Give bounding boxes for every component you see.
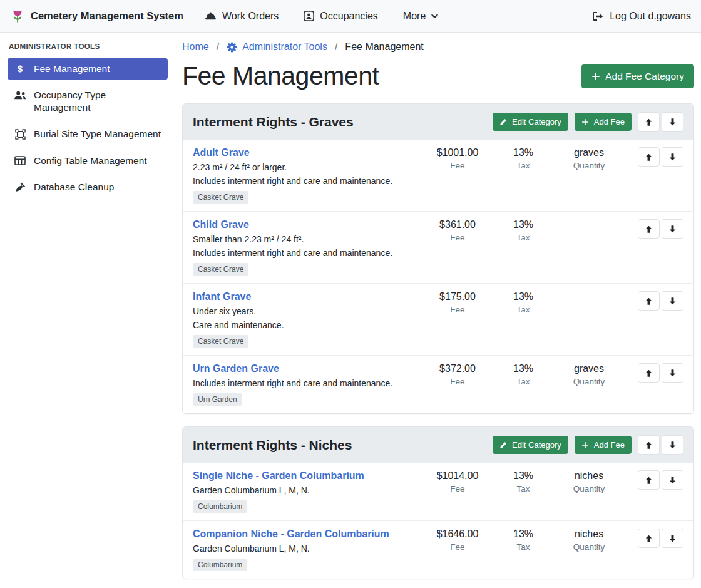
move-category-down-button[interactable] bbox=[662, 112, 683, 132]
tax-stat: 13% Tax bbox=[494, 291, 552, 314]
fee-name-link[interactable]: Infant Grave bbox=[193, 291, 251, 302]
move-category-up-button[interactable] bbox=[638, 112, 660, 132]
edit-category-button[interactable]: Edit Category bbox=[493, 113, 568, 131]
fee-reorder-controls bbox=[638, 363, 683, 383]
fee-type-badge: Casket Grave bbox=[193, 335, 248, 348]
plus-icon bbox=[581, 118, 589, 126]
sidebar-item-burial-site-type-management[interactable]: Burial Site Type Management bbox=[8, 123, 168, 145]
quantity-stat: graves Quantity bbox=[552, 147, 626, 170]
arrow-up-icon bbox=[645, 225, 653, 234]
category-header: Interment Rights - Graves Edit Category … bbox=[183, 104, 693, 140]
fee-amount-label: Fee bbox=[421, 484, 494, 493]
app-title: Cemetery Management System bbox=[31, 10, 183, 22]
fee-amount: $175.00 bbox=[421, 291, 494, 302]
move-category-up-button[interactable] bbox=[638, 435, 660, 455]
breadcrumb-separator: / bbox=[335, 41, 337, 53]
arrow-up-icon bbox=[645, 441, 653, 450]
edit-category-button[interactable]: Edit Category bbox=[493, 436, 568, 454]
sidebar-item-database-cleanup[interactable]: Database Cleanup bbox=[8, 176, 168, 199]
move-fee-up-button[interactable] bbox=[638, 470, 660, 490]
add-fee-category-button[interactable]: Add Fee Category bbox=[581, 64, 694, 88]
fee-name-link[interactable]: Companion Niche - Garden Columbarium bbox=[193, 529, 389, 540]
breadcrumb-admin-tools-link[interactable]: Administrator Tools bbox=[227, 41, 327, 53]
arrow-down-icon bbox=[668, 297, 677, 306]
move-fee-down-button[interactable] bbox=[662, 470, 683, 490]
fee-amount: $372.00 bbox=[421, 363, 494, 374]
arrow-down-icon bbox=[668, 225, 677, 234]
fee-main: Child Grave Smaller than 2.23 m² / 24 ft… bbox=[193, 219, 421, 276]
nav-occupancies[interactable]: Occupancies bbox=[304, 11, 378, 22]
move-fee-down-button[interactable] bbox=[662, 363, 683, 383]
main-nav: Work Orders Occupancies More bbox=[205, 11, 438, 22]
breadcrumb: Home / Administrator Tools / Fee Managem… bbox=[182, 41, 694, 53]
move-category-down-button[interactable] bbox=[662, 435, 683, 455]
sidebar-item-label: Config Table Management bbox=[34, 155, 147, 167]
edit-category-label: Edit Category bbox=[512, 440, 561, 450]
fee-reorder-controls bbox=[638, 291, 683, 311]
move-fee-down-button[interactable] bbox=[662, 147, 683, 167]
sidebar-item-occupancy-type-management[interactable]: Occupancy Type Management bbox=[8, 84, 168, 119]
nav-more[interactable]: More bbox=[403, 11, 438, 22]
fee-name-link[interactable]: Adult Grave bbox=[193, 147, 250, 158]
plus-icon bbox=[581, 441, 589, 449]
category-reorder-controls bbox=[638, 112, 683, 132]
sidebar-item-config-table-management[interactable]: Config Table Management bbox=[8, 150, 168, 172]
arrow-down-icon bbox=[668, 476, 677, 485]
category-title: Interment Rights - Graves bbox=[193, 115, 354, 130]
quantity-value: graves bbox=[552, 363, 626, 374]
move-fee-down-button[interactable] bbox=[662, 219, 683, 239]
fee-category-card-niches: Interment Rights - Niches Edit Category … bbox=[182, 426, 694, 579]
arrow-down-icon bbox=[668, 118, 677, 126]
quantity-value: graves bbox=[552, 147, 626, 158]
vector-square-icon bbox=[14, 129, 26, 140]
arrow-up-icon bbox=[645, 153, 653, 162]
arrow-up-icon bbox=[645, 476, 653, 485]
chevron-down-icon bbox=[431, 14, 438, 19]
fee-name-link[interactable]: Child Grave bbox=[193, 219, 249, 230]
admin-sidebar: ADMINISTRATOR TOOLS $ Fee Management Occ… bbox=[0, 33, 175, 212]
sidebar-item-label: Burial Site Type Management bbox=[34, 128, 161, 140]
fee-main: Companion Niche - Garden Columbarium Gar… bbox=[193, 529, 421, 571]
quantity-value: niches bbox=[552, 529, 626, 540]
quantity-label: Quantity bbox=[552, 484, 626, 493]
move-fee-up-button[interactable] bbox=[638, 529, 660, 548]
tax-label: Tax bbox=[494, 377, 552, 386]
move-fee-up-button[interactable] bbox=[638, 291, 660, 311]
arrow-down-icon bbox=[668, 441, 677, 450]
move-fee-up-button[interactable] bbox=[638, 363, 660, 383]
app-brand[interactable]: Cemetery Management System bbox=[10, 9, 183, 24]
nav-occupancies-label: Occupancies bbox=[320, 11, 378, 22]
move-fee-down-button[interactable] bbox=[662, 529, 683, 548]
move-fee-down-button[interactable] bbox=[662, 291, 683, 311]
fee-description: Garden Columbarium L, M, N. bbox=[193, 544, 421, 554]
quantity-label: Quantity bbox=[552, 161, 626, 170]
category-actions: Edit Category Add Fee bbox=[493, 435, 683, 455]
move-fee-up-button[interactable] bbox=[638, 219, 660, 239]
users-icon bbox=[14, 90, 26, 100]
logout-link[interactable]: Log Out d.gowans bbox=[592, 11, 691, 22]
nav-more-label: More bbox=[403, 11, 426, 22]
sidebar-item-fee-management[interactable]: $ Fee Management bbox=[8, 58, 168, 80]
category-reorder-controls bbox=[638, 435, 683, 455]
arrow-down-icon bbox=[668, 534, 677, 543]
nav-work-orders[interactable]: Work Orders bbox=[205, 11, 279, 22]
fee-row: Companion Niche - Garden Columbarium Gar… bbox=[183, 520, 693, 579]
arrow-up-icon bbox=[645, 369, 653, 378]
arrow-down-icon bbox=[668, 369, 677, 378]
fee-amount: $1001.00 bbox=[421, 147, 494, 158]
fee-reorder-controls bbox=[638, 529, 683, 548]
tax-stat: 13% Tax bbox=[494, 470, 552, 493]
fee-name-link[interactable]: Urn Garden Grave bbox=[193, 363, 279, 374]
add-fee-button[interactable]: Add Fee bbox=[575, 113, 632, 131]
fee-amount-stat: $1001.00 Fee bbox=[421, 147, 494, 170]
add-fee-button[interactable]: Add Fee bbox=[575, 436, 632, 454]
fee-name-link[interactable]: Single Niche - Garden Columbarium bbox=[193, 470, 364, 482]
tax-stat: 13% Tax bbox=[494, 529, 552, 552]
breadcrumb-home-link[interactable]: Home bbox=[182, 41, 209, 53]
broom-icon bbox=[14, 182, 26, 192]
pencil-icon bbox=[499, 118, 507, 126]
arrow-down-icon bbox=[668, 153, 677, 162]
move-fee-up-button[interactable] bbox=[638, 147, 660, 167]
fee-amount-stat: $372.00 Fee bbox=[421, 363, 494, 386]
fee-amount-label: Fee bbox=[421, 161, 494, 170]
